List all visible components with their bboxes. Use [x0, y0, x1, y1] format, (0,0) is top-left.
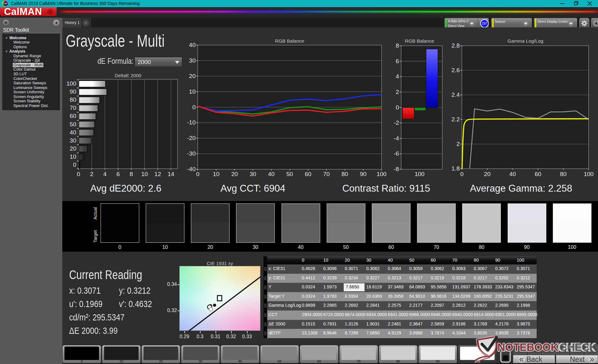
svg-text:12: 12: [154, 171, 161, 177]
svg-text:Gamma Log/Log: Gamma Log/Log: [507, 38, 543, 44]
svg-text:Contrast Ratio: 9115: Contrast Ratio: 9115: [342, 183, 430, 194]
svg-text:20: 20: [70, 145, 76, 152]
svg-text:80: 80: [341, 171, 348, 177]
svg-text:10: 10: [70, 153, 76, 160]
svg-text:0: 0: [196, 171, 200, 177]
svg-text:10: 10: [213, 171, 219, 177]
svg-text:2.6: 2.6: [452, 67, 460, 73]
svg-text:-30: -30: [187, 150, 196, 157]
svg-text:2: 2: [90, 171, 93, 177]
svg-text:2: 2: [456, 141, 460, 147]
svg-text:80: 80: [560, 171, 567, 177]
svg-text:NOTEBOOK: NOTEBOOK: [497, 341, 558, 353]
svg-text:40: 40: [268, 171, 274, 177]
svg-text:-8: -8: [394, 166, 399, 172]
svg-text:0: 0: [73, 161, 76, 168]
svg-text:6: 6: [396, 58, 399, 64]
svg-text:1.8: 1.8: [452, 165, 460, 172]
svg-text:2.8: 2.8: [452, 42, 460, 49]
svg-text:50: 50: [286, 171, 293, 177]
svg-text:100: 100: [66, 80, 76, 87]
svg-text:50: 50: [70, 121, 76, 128]
svg-text:RGB Balance: RGB Balance: [405, 38, 434, 44]
svg-text:4: 4: [103, 171, 107, 177]
svg-text:4: 4: [396, 73, 399, 80]
svg-text:2.4: 2.4: [452, 91, 460, 98]
svg-text:100: 100: [415, 171, 425, 177]
svg-text:14: 14: [168, 171, 174, 177]
svg-text:CHECK: CHECK: [560, 341, 597, 353]
svg-text:6: 6: [116, 171, 120, 177]
svg-text:80: 80: [70, 96, 76, 103]
svg-text:8: 8: [130, 171, 133, 177]
svg-text:0: 0: [77, 171, 80, 177]
svg-text:2: 2: [396, 89, 399, 95]
svg-text:100: 100: [377, 171, 387, 177]
svg-text:40: 40: [70, 129, 76, 136]
svg-text:2.2: 2.2: [452, 116, 460, 123]
svg-text:70: 70: [323, 171, 330, 177]
svg-text:-10: -10: [187, 119, 196, 126]
svg-text:0: 0: [192, 104, 196, 110]
svg-text:-20: -20: [187, 135, 196, 141]
svg-text:-6: -6: [394, 150, 399, 157]
svg-text:-4: -4: [394, 135, 399, 142]
svg-text:30: 30: [249, 171, 256, 177]
svg-text:RGB Balance: RGB Balance: [275, 38, 304, 44]
svg-text:30: 30: [70, 137, 76, 144]
svg-text:70: 70: [70, 105, 76, 111]
svg-text:60: 60: [70, 113, 76, 119]
svg-text:60: 60: [535, 171, 541, 177]
svg-text:Avg CCT: 6904: Avg CCT: 6904: [221, 183, 285, 194]
svg-text:-2: -2: [394, 119, 399, 126]
svg-text:0: 0: [396, 104, 399, 111]
svg-text:0: 0: [460, 171, 464, 177]
svg-text:90: 90: [360, 171, 366, 177]
svg-text:8: 8: [396, 42, 399, 49]
svg-text:20: 20: [189, 73, 196, 79]
svg-text:20: 20: [484, 171, 491, 177]
svg-text:DeltaE 2000: DeltaE 2000: [115, 73, 141, 78]
svg-text:30: 30: [189, 57, 196, 64]
svg-text:60: 60: [305, 171, 311, 177]
svg-text:40: 40: [189, 42, 196, 48]
svg-text:Avg dE2000: 2.6: Avg dE2000: 2.6: [90, 183, 162, 194]
svg-text:20: 20: [231, 171, 238, 177]
svg-text:10: 10: [189, 88, 196, 95]
svg-text:Average Gamma: 2.258: Average Gamma: 2.258: [470, 183, 572, 194]
svg-text:90: 90: [70, 88, 76, 95]
svg-text:10: 10: [141, 171, 148, 177]
svg-text:-40: -40: [187, 166, 196, 172]
svg-text:100: 100: [584, 171, 594, 177]
svg-text:40: 40: [509, 171, 516, 177]
